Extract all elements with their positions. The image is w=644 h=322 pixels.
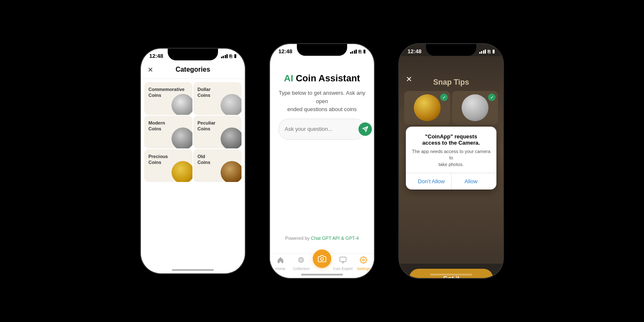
phone-snap-tips: 12:48 ⎘ ▮ ✕ Snap Tips ✓ ✓ [399,44,503,278]
settings-tab-icon [360,256,367,266]
ai-main-area: AI Coin Assistant Type below to get answ… [270,56,374,253]
category-label-old: OldCoins [197,153,238,166]
phone-notch-3 [426,44,476,56]
ai-content: AI Coin Assistant Type below to get answ… [270,56,374,272]
camera-icon [318,254,326,263]
permission-deny-button[interactable]: Don't Allow [412,173,451,190]
powered-prefix: Powered by [285,236,311,241]
permission-dialog: "CoinApp" requestsaccess to the Camera. … [406,127,496,190]
ai-subtitle-1: Type below to get answers. Ask any open [279,90,366,104]
ai-subtitle-2: ended questions about coins [287,106,357,112]
send-icon [362,126,368,132]
good-coin-image-2 [462,94,488,121]
battery-icon-3: ▮ [492,49,495,54]
signal-bars-2 [350,49,357,54]
ai-title: AI Coin Assistant [284,73,360,84]
ai-prefix: AI [284,73,293,83]
categories-title: Categories [176,66,210,73]
camera-button[interactable] [313,249,331,268]
status-icons-1: ⎘ ▮ [221,53,237,59]
tab-bar: Home Collection Co [270,253,374,272]
categories-grid: CommemorativeCoins DollarCoins ModernCoi… [141,79,245,185]
ai-powered-text: Powered by Chat GPT API & GPT-4 [285,236,358,245]
svg-point-2 [299,257,304,262]
categories-content: ✕ Categories CommemorativeCoins DollarCo… [141,61,245,267]
category-label-peculiar: PeculiarCoins [197,120,238,132]
snap-tips-bg: ✕ Snap Tips ✓ ✓ Too dark Multi [399,56,503,278]
category-peculiar[interactable]: PeculiarCoins [193,116,242,148]
battery-icon-2: ▮ [363,49,366,54]
ai-title-text: Coin Assistant [293,73,360,83]
tab-home[interactable]: Home [270,256,291,271]
permission-desc: The app needs access to your camera tota… [412,148,491,168]
home-indicator-1 [172,269,214,271]
svg-rect-5 [340,257,346,262]
svg-point-4 [321,258,324,261]
category-commemorative[interactable]: CommemorativeCoins [144,82,192,115]
status-icons-3: ⎘ ▮ [479,49,495,54]
permission-allow-button[interactable]: Allow [452,173,491,190]
snap-good-coin-1: ✓ [404,91,450,125]
category-label-modern: ModernCoins [148,120,189,132]
tab-collection[interactable]: Collection [291,256,312,271]
status-time-2: 12:48 [278,48,292,55]
category-label-commemorative: CommemorativeCoins [148,86,189,99]
ai-subtitle: Type below to get answers. Ask any open … [278,89,366,114]
coin-expert-tab-label: Coin Expert [333,267,353,271]
check-icon-2: ✓ [488,93,496,101]
phone-categories: 12:48 ⎘ ▮ ✕ Categories CommemorativeCoin… [141,49,245,273]
status-icons-2: ⎘ ▮ [350,49,366,54]
category-label-precious: PreciousCoins [148,153,189,166]
home-tab-icon [277,256,284,266]
ai-input-row[interactable] [278,119,366,140]
phone-ai-assistant: 12:48 ⎘ ▮ AI Coin Assistant Type below t… [270,44,374,278]
coin-expert-tab-icon [339,256,347,266]
snap-tips-close-button[interactable]: ✕ [406,75,412,84]
snap-tips-title: Snap Tips [399,56,503,87]
good-coin-image-1 [414,94,441,121]
snap-good-coin-2: ✓ [452,91,498,125]
snap-tips-footer: Got it [399,264,503,278]
wifi-icon-2: ⎘ [358,49,361,54]
wifi-icon-1: ⎘ [229,54,232,59]
got-it-button[interactable]: Got it [409,269,493,278]
close-button[interactable]: ✕ [148,66,153,74]
collection-tab-icon [297,256,305,266]
wifi-icon-3: ⎘ [488,49,491,54]
home-tab-label: Home [275,267,286,271]
status-time-3: 12:48 [408,48,421,55]
powered-link[interactable]: Chat GPT API & GPT-4 [311,236,359,241]
settings-tab-label: Settings [357,267,371,271]
ai-question-input[interactable] [285,126,355,132]
category-precious[interactable]: PreciousCoins [144,149,192,182]
battery-icon-1: ▮ [234,53,236,59]
signal-bars-1 [221,54,228,58]
svg-point-3 [300,259,302,261]
status-time-1: 12:48 [149,53,163,59]
home-indicator-2 [301,274,343,275]
tab-coin-expert[interactable]: Coin Expert [332,256,353,271]
snap-tips-good-grid: ✓ ✓ [399,91,503,125]
check-icon-1: ✓ [440,93,448,101]
permission-buttons: Don't Allow Allow [412,173,491,190]
ai-send-button[interactable] [358,122,372,136]
categories-header: ✕ Categories [141,61,245,79]
tab-camera[interactable] [312,256,332,271]
category-label-dollar: DollarCoins [197,86,238,99]
phone-notch-2 [297,44,347,56]
svg-point-8 [363,259,365,261]
permission-title: "CoinApp" requestsaccess to the Camera. [412,133,491,146]
collection-tab-label: Collection [293,267,310,271]
category-modern[interactable]: ModernCoins [144,116,192,148]
category-dollar[interactable]: DollarCoins [193,82,242,115]
phone-notch [168,49,218,60]
tab-settings[interactable]: Settings [353,256,374,271]
signal-bars-3 [479,49,486,54]
category-old[interactable]: OldCoins [193,149,242,182]
home-indicator-3 [430,274,472,275]
